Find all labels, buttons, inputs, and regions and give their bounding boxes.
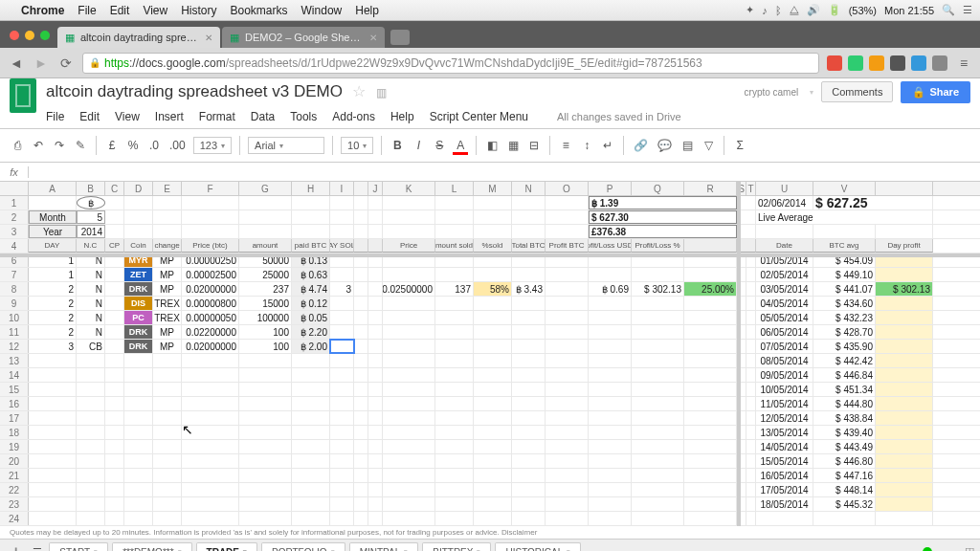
cell[interactable] [29,512,77,525]
cell[interactable] [383,454,435,468]
cell[interactable] [512,325,546,339]
menu-help[interactable]: Help [390,110,414,123]
cell[interactable] [512,483,546,496]
cell[interactable] [105,268,124,281]
cell[interactable] [589,368,632,382]
sheet-tab[interactable]: PORTFOLIO [261,542,345,552]
daily-avg[interactable]: $ 439.40 [813,426,876,439]
sheet-tab[interactable]: BITTREX [422,542,491,552]
paid-btc[interactable]: ฿ 4.74 [292,282,330,296]
browser-tab-2[interactable]: ▦ DEMO2 – Google Sheets ✕ [222,27,385,48]
chrome-menu-icon[interactable]: ≡ [955,55,972,72]
daily-date[interactable]: 07/05/2014 [756,340,813,353]
cell[interactable] [330,354,354,367]
cell[interactable] [435,512,474,525]
cell[interactable] [368,325,383,339]
cell[interactable] [368,397,383,410]
mac-menu-view[interactable]: View [143,4,167,17]
cell[interactable] [589,268,632,281]
cell[interactable] [354,282,368,296]
daily-avg[interactable]: $ 432.23 [813,311,876,324]
cell[interactable] [124,440,153,453]
cell[interactable] [383,311,435,324]
cell[interactable] [684,354,737,367]
cell[interactable] [546,483,589,496]
cell[interactable] [684,368,737,382]
cell[interactable] [435,483,474,496]
cell[interactable] [474,469,512,482]
row-header[interactable]: 11 [0,325,29,339]
cell[interactable] [124,512,153,525]
cell[interactable] [182,497,239,511]
cell[interactable] [239,440,292,453]
mac-app-name[interactable]: Chrome [21,4,64,17]
cell[interactable] [292,426,330,439]
cell[interactable] [182,411,239,425]
cell[interactable] [354,454,368,468]
cell[interactable] [435,383,474,396]
cell[interactable] [684,340,737,353]
cell[interactable] [330,225,354,238]
cell[interactable] [684,440,737,453]
cell[interactable] [383,426,435,439]
cell[interactable]: N [77,282,105,296]
cell[interactable] [330,210,354,224]
cell[interactable] [77,397,105,410]
daily-profit[interactable] [876,325,933,339]
cell[interactable] [474,440,512,453]
cell[interactable] [368,196,383,209]
cell[interactable] [368,383,383,396]
cell[interactable] [368,297,383,310]
cell[interactable] [29,383,77,396]
cell[interactable] [589,497,632,511]
cell[interactable] [105,368,124,382]
cell[interactable] [330,268,354,281]
cell[interactable]: 3 [330,282,354,296]
cell[interactable] [292,225,330,238]
cell[interactable] [77,497,105,511]
cell[interactable] [474,340,512,353]
row-header[interactable]: 2 [0,210,29,224]
cell[interactable] [124,497,153,511]
cell[interactable] [383,210,435,224]
cell[interactable] [435,440,474,453]
cell[interactable] [124,196,153,209]
cell[interactable]: ฿ 0.69 [589,282,632,296]
cell[interactable] [684,512,737,525]
cell[interactable] [632,311,684,324]
daily-avg[interactable]: $ 444.80 [813,397,876,410]
cell[interactable] [632,483,684,496]
cell[interactable] [632,397,684,410]
cell[interactable] [153,454,182,468]
row-header[interactable]: 9 [0,297,29,310]
cell[interactable] [474,311,512,324]
daily-avg[interactable]: $ 451.34 [813,383,876,396]
cell[interactable] [546,325,589,339]
cell[interactable] [383,297,435,310]
cell[interactable] [876,225,933,238]
cell[interactable] [684,383,737,396]
italic-icon[interactable]: I [411,136,426,155]
daily-date[interactable]: 06/05/2014 [756,325,813,339]
daily-profit[interactable] [876,354,933,367]
cell[interactable] [292,354,330,367]
cell[interactable] [684,325,737,339]
cell[interactable] [632,354,684,367]
cell[interactable] [589,454,632,468]
new-tab-button[interactable] [390,30,410,45]
merge-icon[interactable]: ⊟ [526,136,542,155]
daily-avg[interactable]: $ 447.16 [813,469,876,482]
daily-date[interactable]: 12/05/2014 [756,411,813,425]
cell[interactable] [632,512,684,525]
cell[interactable] [292,440,330,453]
cell[interactable] [239,483,292,496]
halign-icon[interactable]: ≡ [558,136,573,155]
cell[interactable] [182,512,239,525]
cell[interactable] [589,426,632,439]
cell[interactable] [292,512,330,525]
cell[interactable] [29,454,77,468]
cell[interactable] [105,411,124,425]
daily-avg[interactable]: $ 441.07 [813,282,876,296]
functions-icon[interactable]: Σ [732,136,747,155]
cell[interactable]: 15000 [239,297,292,310]
